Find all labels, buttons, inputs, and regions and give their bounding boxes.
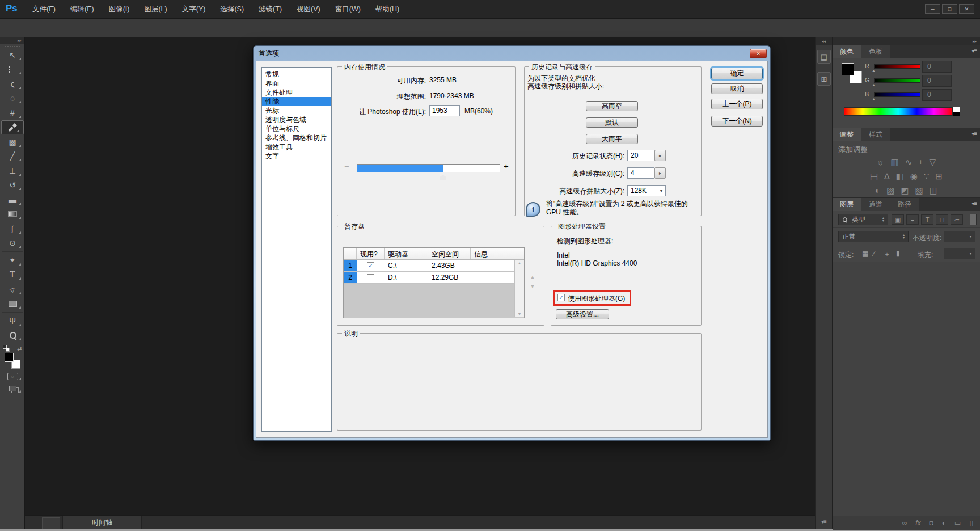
memory-slider-track[interactable] [357,164,500,172]
dodge-tool[interactable]: ⊙ [0,236,25,251]
slider-thumb-icon[interactable]: ▲ [872,97,876,101]
layers-list-area[interactable] [833,262,980,516]
shape-tool[interactable] [0,297,25,311]
tab-paths[interactable]: 路径 [890,198,919,211]
filter-type-layers-icon[interactable]: T [921,214,933,225]
blue-value-field[interactable]: 0 [922,89,952,101]
collapsed-panel-icon-1[interactable]: ▤ [817,50,831,64]
vibrance-icon[interactable]: ▽ [930,157,936,167]
quick-selection-tool[interactable]: ◌ [0,91,25,106]
black-swatch[interactable] [953,112,960,116]
zoom-tool[interactable] [0,328,25,343]
category-interface[interactable]: 界面 [262,79,331,88]
green-value-field[interactable]: 0 [922,75,952,87]
memory-slider-minus[interactable]: − [344,162,349,171]
filter-pixel-layers-icon[interactable]: ▣ [892,214,904,225]
category-performance[interactable]: 性能 [262,97,331,106]
toolbar-grip[interactable] [5,46,20,47]
use-gpu-checkbox[interactable]: ✓ [557,294,565,301]
fill-select[interactable]: ▾ [944,248,975,259]
panel-menu-icon[interactable]: ▾≡ [971,48,977,54]
scratch-table-scrollbar[interactable]: ▲ ▼ [514,260,524,317]
memory-slider-thumb[interactable] [440,175,446,180]
scroll-down-icon[interactable]: ▼ [518,312,522,316]
red-value-field[interactable]: 0 [922,61,952,73]
memory-slider-plus[interactable]: + [504,161,509,171]
lock-move-icon[interactable]: ＋ [884,250,890,259]
category-file-handling[interactable]: 文件处理 [262,88,331,97]
window-maximize-button[interactable]: □ [942,4,957,14]
lock-paint-icon[interactable]: ∕ [873,250,875,258]
filter-smart-object-icon[interactable]: ▱ [951,214,963,225]
tall-thin-button[interactable]: 高而窄 [586,101,638,111]
blend-mode-select[interactable]: 正常 ▴▾ [838,231,909,242]
selective-color-icon[interactable]: ◫ [930,186,937,196]
foreground-color-swatch[interactable] [5,353,14,362]
dialog-close-button[interactable]: ✕ [750,49,767,58]
slider-thumb-icon[interactable]: ▲ [872,69,876,73]
screen-mode-button[interactable] [0,382,25,395]
strip-collapse-button[interactable]: ◂◂ [816,37,832,45]
invert-icon[interactable]: ◐ [875,186,880,196]
color-lookup-icon[interactable]: ⊞ [935,171,943,182]
path-selection-tool[interactable]: ▷ [0,282,25,297]
brush-tool[interactable]: ╱ [0,149,25,164]
white-swatch[interactable] [953,107,960,112]
photo-filter-icon[interactable]: ◉ [910,171,918,182]
move-tool[interactable]: ↖ [0,48,25,62]
menu-file[interactable]: 文件(F) [25,0,63,19]
gradient-map-icon[interactable]: ▧ [915,186,923,196]
foreground-color-swatch[interactable] [842,63,854,75]
filter-adjustment-layers-icon[interactable]: ◒ [906,214,919,225]
history-states-spinner[interactable]: ▸ [654,150,666,161]
history-brush-tool[interactable]: ↺ [0,178,25,193]
delete-layer-icon[interactable]: ▯ [969,519,973,527]
quick-mask-button[interactable]: ◌ [0,370,25,382]
menu-layer[interactable]: 图层(L) [137,0,174,19]
opacity-select[interactable]: ▾ [944,231,975,242]
collapsed-panel-icon-2[interactable]: ⊞ [817,72,831,86]
curves-icon[interactable]: ∿ [905,157,913,167]
category-transparency-gamut[interactable]: 透明度与色域 [262,115,331,124]
scratch-active-checkbox[interactable] [367,274,374,281]
panel-menu-icon[interactable]: ▾≡ [971,130,977,137]
smudge-tool[interactable]: ∫ [0,221,25,236]
cache-tile-size-select[interactable]: 128K ▾ [627,185,666,196]
move-disk-up-button[interactable]: ▲ [530,274,535,280]
tab-styles[interactable]: 样式 [861,128,890,141]
marquee-tool[interactable] [0,62,25,77]
swap-colors-icon[interactable]: ⇄ [17,345,22,352]
gradient-tool[interactable] [0,207,25,222]
slider-thumb-icon[interactable]: ▲ [872,83,876,87]
next-button[interactable]: 下一个(N) [711,116,763,127]
layer-filter-select[interactable]: 类型 ▴▾ [838,214,888,225]
scratch-disk-row-2[interactable]: 2 D:\ 12.29GB [344,272,524,284]
posterize-icon[interactable]: ▨ [886,186,894,196]
threshold-icon[interactable]: ◩ [901,186,909,196]
eyedropper-tool[interactable] [1,120,24,135]
toolbar-collapse-button[interactable]: ▸▸ [0,37,24,44]
exposure-icon[interactable]: ± [918,157,923,167]
levels-icon[interactable]: ▥ [891,157,899,167]
red-slider[interactable] [874,64,920,69]
window-close-button[interactable]: ✕ [959,4,974,14]
layer-mask-icon[interactable]: ◘ [930,519,933,527]
tab-adjustments[interactable]: 调整 [833,128,861,141]
history-states-input[interactable] [627,150,654,161]
type-tool[interactable]: T [0,268,25,283]
brightness-contrast-icon[interactable]: ☼ [877,157,885,167]
hue-saturation-icon[interactable]: ▤ [870,171,878,182]
default-colors-icon[interactable] [3,345,10,352]
big-flat-button[interactable]: 大而平 [586,134,638,144]
scratch-disk-row-1[interactable]: 1 ✓ C:\ 2.43GB [344,260,524,272]
lasso-tool[interactable]: ς [0,77,25,91]
adjustment-layer-icon[interactable]: ◐ [942,519,946,527]
tab-swatches[interactable]: 色板 [861,45,890,58]
menu-image[interactable]: 图像(I) [102,0,137,19]
ok-button[interactable]: 确定 [711,68,763,79]
window-minimize-button[interactable]: ─ [925,4,940,14]
menu-help[interactable]: 帮助(H) [368,0,407,19]
category-type[interactable]: 文字 [262,151,331,161]
layer-style-icon[interactable]: fx [915,519,920,527]
link-layers-icon[interactable]: ∞ [902,519,907,527]
